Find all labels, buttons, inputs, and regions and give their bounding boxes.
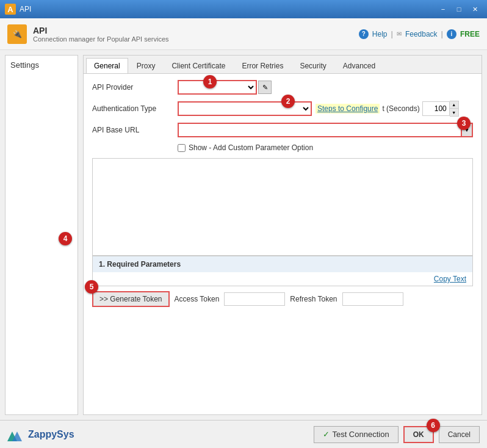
timeout-input[interactable]: 100 <box>422 101 450 116</box>
access-token-label: Access Token <box>175 295 220 303</box>
badge-6: 6 <box>427 419 440 432</box>
window-title: API <box>20 5 436 13</box>
feedback-link[interactable]: Feedback <box>405 30 438 38</box>
email-icon: ✉ <box>397 31 402 37</box>
badge-5: 5 <box>85 280 98 294</box>
window-controls: − □ ✕ <box>436 3 482 15</box>
required-params-section: 1. Required Parameters Copy Text <box>92 256 473 286</box>
tab-content-general: API Provider ✎ 1 Authentication Type Ste… <box>84 74 482 318</box>
app-icon: A <box>5 4 16 15</box>
minimize-button[interactable]: − <box>436 3 450 15</box>
api-provider-label: API Provider <box>92 83 178 92</box>
app-desc: Connection manager for Popular API servi… <box>33 35 359 43</box>
auth-type-row: Authentication Type Steps to Configure t… <box>92 101 473 117</box>
sidebar-label: Settings <box>10 60 39 70</box>
footer-logo: ZappySys <box>7 428 74 441</box>
ok-btn-wrapper: OK 6 <box>403 426 434 443</box>
tab-security[interactable]: Security <box>292 58 334 73</box>
auth-type-group: Steps to Configure t (Seconds) 100 ▲ ▼ <box>178 101 473 117</box>
help-icon: ? <box>359 29 369 39</box>
check-icon: ✓ <box>323 430 330 439</box>
badge-3: 3 <box>457 117 471 130</box>
header-info: API Connection manager for Popular API s… <box>33 26 359 43</box>
spinner-up-button[interactable]: ▲ <box>450 101 458 109</box>
footer: ZappySys ✓ Test Connection OK 6 Cancel <box>0 420 487 448</box>
timeout-spinner: ▲ ▼ <box>450 101 459 117</box>
access-token-input[interactable] <box>224 292 285 306</box>
cancel-button[interactable]: Cancel <box>439 426 480 443</box>
main-content: Settings General Proxy Client Certificat… <box>0 50 487 420</box>
close-button[interactable]: ✕ <box>467 3 482 15</box>
info-icon: i <box>447 29 456 39</box>
header-links: ? Help | ✉ Feedback | i FREE <box>359 29 480 39</box>
api-provider-select[interactable] <box>178 80 257 95</box>
base-url-group: ▼ <box>178 123 473 137</box>
tab-panel: General Proxy Client Certificate Error R… <box>83 55 482 415</box>
zappysys-logo-icon <box>7 428 26 441</box>
tab-proxy[interactable]: Proxy <box>129 58 164 73</box>
steps-to-configure-link[interactable]: Steps to Configure <box>316 104 380 114</box>
tab-client-cert[interactable]: Client Certificate <box>164 58 233 73</box>
test-connection-label: Test Connection <box>332 430 389 439</box>
api-provider-edit-button[interactable]: ✎ <box>258 81 272 94</box>
base-url-row: API Base URL ▼ 3 <box>92 123 473 137</box>
header-bar: 🔌 API Connection manager for Popular API… <box>0 18 487 50</box>
base-url-input[interactable] <box>178 123 462 137</box>
help-link[interactable]: Help <box>372 30 388 38</box>
custom-param-row: Show - Add Custom Parameter Option <box>178 143 473 152</box>
token-section: >> Generate Token Access Token Refresh T… <box>92 286 473 312</box>
badge-4: 4 <box>59 232 72 245</box>
base-url-label: API Base URL <box>92 126 178 134</box>
custom-param-label: Show - Add Custom Parameter Option <box>189 143 313 152</box>
header-logo: 🔌 <box>7 24 27 44</box>
tab-error-retries[interactable]: Error Retries <box>234 58 291 73</box>
params-text-area[interactable] <box>92 158 473 256</box>
auth-type-label: Authentication Type <box>92 104 178 113</box>
copy-text-row: Copy Text <box>93 272 472 286</box>
required-params-header: 1. Required Parameters <box>93 256 472 272</box>
timeout-label: t (Seconds) <box>382 104 419 113</box>
badge-2: 2 <box>281 95 295 108</box>
tab-general[interactable]: General <box>86 58 128 73</box>
generate-token-button[interactable]: >> Generate Token <box>92 291 170 307</box>
api-provider-row: API Provider ✎ 1 <box>92 80 473 95</box>
copy-text-link[interactable]: Copy Text <box>434 275 466 283</box>
test-connection-button[interactable]: ✓ Test Connection <box>314 426 398 443</box>
spinner-down-button[interactable]: ▼ <box>450 109 458 116</box>
custom-param-checkbox[interactable] <box>178 144 186 152</box>
free-link[interactable]: FREE <box>460 30 480 38</box>
api-provider-group: ✎ <box>178 80 473 95</box>
tabs-container: General Proxy Client Certificate Error R… <box>84 56 482 74</box>
footer-logo-text: ZappySys <box>28 429 74 440</box>
maximize-button[interactable]: □ <box>452 3 466 15</box>
badge-1: 1 <box>203 75 217 89</box>
titlebar: A API − □ ✕ <box>0 0 487 18</box>
tab-advanced[interactable]: Advanced <box>335 58 383 73</box>
app-name: API <box>33 26 359 35</box>
refresh-token-label: Refresh Token <box>290 295 337 303</box>
footer-buttons: ✓ Test Connection OK 6 Cancel <box>314 426 480 443</box>
refresh-token-input[interactable] <box>342 292 403 306</box>
